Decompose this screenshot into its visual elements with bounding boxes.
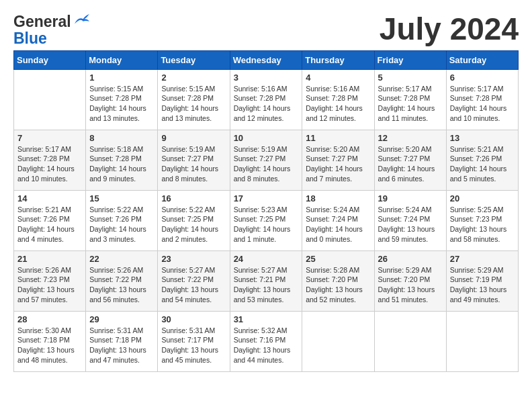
sunset-text: Sunset: 7:18 PM (89, 335, 154, 345)
daylight-text: Daylight: 13 hours and 51 minutes. (378, 285, 443, 304)
day-info: Sunrise: 5:24 AM Sunset: 7:24 PM Dayligh… (378, 205, 443, 244)
sunrise-text: Sunrise: 5:29 AM (378, 265, 443, 275)
sunset-text: Sunset: 7:28 PM (234, 93, 299, 103)
day-number: 30 (161, 314, 226, 324)
sunset-text: Sunset: 7:20 PM (306, 275, 370, 285)
daylight-text: Daylight: 13 hours and 57 minutes. (17, 285, 82, 304)
daylight-text: Daylight: 13 hours and 56 minutes. (89, 285, 154, 304)
sunset-text: Sunset: 7:28 PM (161, 93, 226, 103)
day-number: 12 (378, 133, 443, 143)
day-info: Sunrise: 5:15 AM Sunset: 7:28 PM Dayligh… (89, 84, 154, 124)
day-info: Sunrise: 5:29 AM Sunset: 7:19 PM Dayligh… (450, 265, 515, 305)
day-number: 31 (234, 314, 299, 324)
day-number: 24 (234, 254, 299, 264)
sunset-text: Sunset: 7:28 PM (17, 154, 82, 164)
table-row: 27 Sunrise: 5:29 AM Sunset: 7:19 PM Dayl… (446, 250, 518, 311)
daylight-text: Daylight: 14 hours and 4 minutes. (17, 224, 82, 244)
day-number: 20 (450, 193, 515, 203)
sunrise-text: Sunrise: 5:30 AM (17, 326, 82, 336)
daylight-text: Daylight: 14 hours and 12 minutes. (306, 103, 370, 123)
sunrise-text: Sunrise: 5:15 AM (89, 84, 154, 94)
day-info: Sunrise: 5:22 AM Sunset: 7:25 PM Dayligh… (161, 205, 226, 244)
day-info: Sunrise: 5:17 AM Sunset: 7:28 PM Dayligh… (378, 84, 443, 124)
table-row (374, 311, 446, 371)
day-info: Sunrise: 5:18 AM Sunset: 7:28 PM Dayligh… (89, 144, 154, 184)
daylight-text: Daylight: 14 hours and 7 minutes. (306, 164, 370, 183)
sunset-text: Sunset: 7:24 PM (378, 214, 443, 224)
sunset-text: Sunset: 7:27 PM (161, 154, 226, 164)
sunrise-text: Sunrise: 5:27 AM (161, 265, 226, 275)
sunset-text: Sunset: 7:21 PM (234, 275, 299, 285)
sunset-text: Sunset: 7:26 PM (89, 214, 154, 224)
daylight-text: Daylight: 14 hours and 3 minutes. (89, 224, 154, 244)
table-row: 2 Sunrise: 5:15 AM Sunset: 7:28 PM Dayli… (158, 69, 230, 130)
table-row: 18 Sunrise: 5:24 AM Sunset: 7:24 PM Dayl… (302, 190, 374, 250)
table-row: 28 Sunrise: 5:30 AM Sunset: 7:18 PM Dayl… (14, 311, 86, 371)
table-row: 31 Sunrise: 5:32 AM Sunset: 7:16 PM Dayl… (230, 311, 302, 371)
day-header-friday: Friday (374, 50, 446, 69)
day-number: 25 (306, 254, 370, 264)
table-row: 12 Sunrise: 5:20 AM Sunset: 7:27 PM Dayl… (374, 130, 446, 190)
daylight-text: Daylight: 14 hours and 5 minutes. (450, 164, 515, 183)
table-row: 11 Sunrise: 5:20 AM Sunset: 7:27 PM Dayl… (302, 130, 374, 190)
logo: General Blue (13, 13, 90, 48)
sunrise-text: Sunrise: 5:17 AM (450, 84, 515, 94)
table-row: 5 Sunrise: 5:17 AM Sunset: 7:28 PM Dayli… (374, 69, 446, 130)
logo-blue: Blue (13, 30, 47, 47)
daylight-text: Daylight: 14 hours and 13 minutes. (89, 103, 154, 123)
day-info: Sunrise: 5:22 AM Sunset: 7:26 PM Dayligh… (89, 205, 154, 244)
sunset-text: Sunset: 7:26 PM (17, 214, 82, 224)
table-row: 4 Sunrise: 5:16 AM Sunset: 7:28 PM Dayli… (302, 69, 374, 130)
day-header-wednesday: Wednesday (230, 50, 302, 69)
table-row: 23 Sunrise: 5:27 AM Sunset: 7:22 PM Dayl… (158, 250, 230, 311)
month-title: July 2024 (380, 13, 519, 44)
day-info: Sunrise: 5:20 AM Sunset: 7:27 PM Dayligh… (306, 144, 370, 184)
table-row: 24 Sunrise: 5:27 AM Sunset: 7:21 PM Dayl… (230, 250, 302, 311)
daylight-text: Daylight: 14 hours and 13 minutes. (161, 103, 226, 123)
day-number: 3 (234, 73, 299, 83)
day-number: 27 (450, 254, 515, 264)
sunset-text: Sunset: 7:28 PM (378, 93, 443, 103)
day-number: 8 (89, 133, 154, 143)
table-row: 9 Sunrise: 5:19 AM Sunset: 7:27 PM Dayli… (158, 130, 230, 190)
table-row: 10 Sunrise: 5:19 AM Sunset: 7:27 PM Dayl… (230, 130, 302, 190)
day-info: Sunrise: 5:25 AM Sunset: 7:23 PM Dayligh… (450, 205, 515, 244)
sunrise-text: Sunrise: 5:23 AM (234, 205, 299, 215)
sunrise-text: Sunrise: 5:29 AM (450, 265, 515, 275)
day-info: Sunrise: 5:31 AM Sunset: 7:17 PM Dayligh… (161, 326, 226, 365)
sunrise-text: Sunrise: 5:21 AM (17, 205, 82, 215)
sunset-text: Sunset: 7:23 PM (17, 275, 82, 285)
sunset-text: Sunset: 7:25 PM (234, 214, 299, 224)
calendar-header: SundayMondayTuesdayWednesdayThursdayFrid… (14, 50, 519, 69)
day-number: 6 (450, 73, 515, 83)
sunset-text: Sunset: 7:20 PM (378, 275, 443, 285)
day-info: Sunrise: 5:24 AM Sunset: 7:24 PM Dayligh… (306, 205, 370, 244)
table-row: 19 Sunrise: 5:24 AM Sunset: 7:24 PM Dayl… (374, 190, 446, 250)
day-header-saturday: Saturday (446, 50, 518, 69)
daylight-text: Daylight: 14 hours and 6 minutes. (378, 164, 443, 183)
sunset-text: Sunset: 7:23 PM (450, 214, 515, 224)
daylight-text: Daylight: 13 hours and 44 minutes. (234, 345, 299, 365)
sunrise-text: Sunrise: 5:22 AM (161, 205, 226, 215)
table-row: 1 Sunrise: 5:15 AM Sunset: 7:28 PM Dayli… (86, 69, 158, 130)
sunset-text: Sunset: 7:28 PM (89, 154, 154, 164)
table-row: 30 Sunrise: 5:31 AM Sunset: 7:17 PM Dayl… (158, 311, 230, 371)
sunrise-text: Sunrise: 5:28 AM (306, 265, 370, 275)
day-number: 1 (89, 73, 154, 83)
daylight-text: Daylight: 14 hours and 12 minutes. (234, 103, 299, 123)
table-row: 15 Sunrise: 5:22 AM Sunset: 7:26 PM Dayl… (86, 190, 158, 250)
daylight-text: Daylight: 13 hours and 58 minutes. (450, 224, 515, 244)
sunrise-text: Sunrise: 5:25 AM (450, 205, 515, 215)
day-number: 14 (17, 193, 82, 203)
sunset-text: Sunset: 7:28 PM (89, 93, 154, 103)
sunset-text: Sunset: 7:27 PM (306, 154, 370, 164)
sunset-text: Sunset: 7:16 PM (234, 335, 299, 345)
day-info: Sunrise: 5:16 AM Sunset: 7:28 PM Dayligh… (306, 84, 370, 124)
table-row: 14 Sunrise: 5:21 AM Sunset: 7:26 PM Dayl… (14, 190, 86, 250)
day-number: 26 (378, 254, 443, 264)
day-info: Sunrise: 5:27 AM Sunset: 7:21 PM Dayligh… (234, 265, 299, 305)
day-number: 16 (161, 193, 226, 203)
day-info: Sunrise: 5:21 AM Sunset: 7:26 PM Dayligh… (17, 205, 82, 244)
table-row: 21 Sunrise: 5:26 AM Sunset: 7:23 PM Dayl… (14, 250, 86, 311)
sunrise-text: Sunrise: 5:31 AM (89, 326, 154, 336)
